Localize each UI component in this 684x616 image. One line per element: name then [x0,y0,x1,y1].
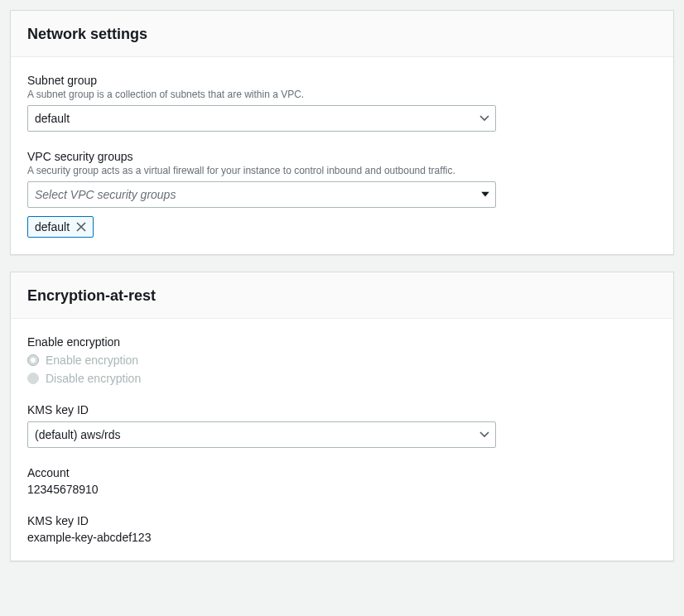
kms-key-id-field: KMS key ID (default) aws/rds [27,403,657,448]
encryption-title: Encryption-at-rest [27,287,657,305]
security-group-token: default [27,216,94,238]
network-settings-body: Subnet group A subnet group is a collect… [11,57,673,254]
account-field: Account 12345678910 [27,466,657,496]
enable-encryption-radio-label: Enable encryption [46,354,138,367]
subnet-group-select-value: default [27,105,496,132]
account-label: Account [27,466,657,479]
vpc-security-groups-label: VPC security groups [27,150,657,163]
subnet-group-select[interactable]: default [27,105,496,132]
vpc-security-groups-help: A security group acts as a virtual firew… [27,165,657,176]
radio-icon [27,373,39,384]
radio-icon [27,354,39,366]
vpc-security-groups-field: VPC security groups A security group act… [27,150,657,238]
vpc-security-groups-select[interactable]: Select VPC security groups [27,181,496,208]
kms-key-id-label: KMS key ID [27,403,657,416]
network-settings-panel: Network settings Subnet group A subnet g… [10,10,674,255]
vpc-security-groups-tokens: default [27,216,657,238]
kms-key-id-readonly-field: KMS key ID example-key-abcdef123 [27,514,657,544]
subnet-group-field: Subnet group A subnet group is a collect… [27,74,657,132]
security-group-token-label: default [35,220,70,233]
close-icon[interactable] [76,222,86,232]
vpc-security-groups-placeholder: Select VPC security groups [27,181,496,208]
kms-key-id-select[interactable]: (default) aws/rds [27,421,496,448]
disable-encryption-radio[interactable]: Disable encryption [27,372,657,385]
disable-encryption-radio-label: Disable encryption [46,372,141,385]
kms-key-id-readonly-label: KMS key ID [27,514,657,527]
network-settings-header: Network settings [11,11,673,57]
enable-encryption-radio[interactable]: Enable encryption [27,354,657,367]
encryption-radio-group: Enable encryption Disable encryption [27,354,657,385]
kms-key-id-readonly-value: example-key-abcdef123 [27,531,657,544]
account-value: 12345678910 [27,483,657,496]
enable-encryption-label: Enable encryption [27,335,657,349]
subnet-group-label: Subnet group [27,74,657,87]
network-settings-title: Network settings [27,26,657,43]
encryption-panel: Encryption-at-rest Enable encryption Ena… [10,272,674,561]
encryption-body: Enable encryption Enable encryption Disa… [11,319,673,561]
subnet-group-help: A subnet group is a collection of subnet… [27,89,657,100]
kms-key-id-select-value: (default) aws/rds [27,421,496,448]
enable-encryption-field: Enable encryption Enable encryption Disa… [27,335,657,385]
encryption-header: Encryption-at-rest [11,272,673,319]
